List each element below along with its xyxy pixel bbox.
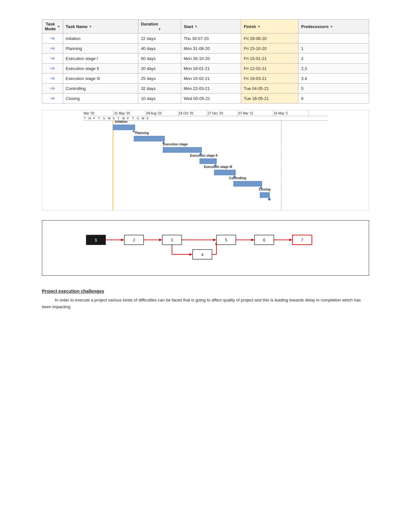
task-icon: ⇒ bbox=[50, 45, 55, 52]
svg-text:Execution stage: Execution stage bbox=[163, 143, 188, 146]
svg-text:S: S bbox=[147, 117, 149, 120]
table-row: ⇒Planning40 daysMon 31-08-20Fri 23-10-20… bbox=[42, 44, 369, 54]
cell-finish: Tue 04-05-21 bbox=[241, 84, 298, 94]
svg-text:F: F bbox=[93, 117, 95, 120]
svg-text:Controlling: Controlling bbox=[229, 176, 246, 180]
task-mode-icon-cell: ⇒ bbox=[42, 34, 63, 44]
cell-duration: 22 days bbox=[138, 34, 181, 44]
table-row: ⇒Execution stage III25 daysMon 15-02-21F… bbox=[42, 74, 369, 84]
svg-text:T: T bbox=[84, 117, 86, 120]
cell-task_name: Initation bbox=[63, 34, 138, 44]
svg-text:Closing: Closing bbox=[259, 188, 271, 191]
task-icon: ⇒ bbox=[50, 65, 55, 72]
svg-rect-44 bbox=[214, 170, 236, 175]
cell-finish: Tue 18-05-21 bbox=[241, 94, 298, 103]
task-mode-icon-cell: ⇒ bbox=[42, 44, 63, 54]
cell-duration: 60 days bbox=[138, 54, 181, 64]
svg-text:2: 2 bbox=[133, 238, 135, 242]
svg-text:6: 6 bbox=[263, 238, 265, 242]
cell-task_name: Execution stage III bbox=[63, 74, 138, 84]
cell-finish: Fri 19-03-21 bbox=[241, 74, 298, 84]
network-svg: 1 2 3 4 5 6 bbox=[52, 227, 359, 269]
task-icon: ⇒ bbox=[50, 95, 55, 102]
network-diagram: 1 2 3 4 5 6 bbox=[42, 220, 369, 276]
svg-rect-41 bbox=[200, 159, 217, 164]
cell-finish: Fri 15-01-21 bbox=[241, 54, 298, 64]
cell-start: Thu 30-07-20 bbox=[181, 34, 241, 44]
cell-finish: Fri 12-02-21 bbox=[241, 64, 298, 74]
svg-rect-38 bbox=[163, 147, 202, 153]
cell-start: Mon 18-01-21 bbox=[181, 64, 241, 74]
cell-task_name: Execution stage II bbox=[63, 64, 138, 74]
svg-text:Planning: Planning bbox=[135, 131, 149, 135]
section-body: In order to execute a project various ki… bbox=[42, 297, 369, 310]
section-heading: Project execution challenges bbox=[42, 289, 369, 294]
gantt-svg: Mar '20 31 May '20 09 Aug '20 18 Oct '20… bbox=[42, 110, 369, 210]
cell-task_name: Planning bbox=[63, 44, 138, 54]
table-row: ⇒Closing10 daysWed 05-05-21Tue 18-05-216 bbox=[42, 94, 369, 103]
svg-text:T: T bbox=[118, 117, 120, 120]
svg-text:T: T bbox=[132, 117, 134, 120]
task-mode-icon-cell: ⇒ bbox=[42, 64, 63, 74]
cell-duration: 40 days bbox=[138, 44, 181, 54]
svg-text:4: 4 bbox=[201, 252, 203, 257]
svg-text:07 Mar '21: 07 Mar '21 bbox=[239, 112, 254, 115]
svg-text:M: M bbox=[89, 117, 91, 120]
col-header-task-mode: TaskMode ▼ bbox=[42, 20, 63, 34]
svg-text:S: S bbox=[113, 117, 115, 120]
col-header-finish: Finish ▼ bbox=[241, 20, 298, 34]
svg-text:27 Dec '20: 27 Dec '20 bbox=[208, 112, 223, 115]
table-row: ⇒Execution stage I60 daysMon 26-10-20Fri… bbox=[42, 54, 369, 64]
table-row: ⇒Execution stage II20 daysMon 18-01-21Fr… bbox=[42, 64, 369, 74]
svg-rect-50 bbox=[260, 192, 270, 198]
svg-text:7: 7 bbox=[301, 238, 303, 242]
col-header-task-name: Task Name ▼ bbox=[63, 20, 138, 34]
cell-task_name: Execution stage I bbox=[63, 54, 138, 64]
svg-marker-64 bbox=[213, 239, 217, 241]
cell-task_name: Controlling bbox=[63, 84, 138, 94]
cell-finish: Fri 28-08-20 bbox=[241, 34, 298, 44]
svg-text:T: T bbox=[98, 117, 100, 120]
svg-text:16 May '2: 16 May '2 bbox=[274, 112, 288, 115]
cell-predecessors: 6 bbox=[298, 94, 369, 103]
text-section: Project execution challenges In order to… bbox=[42, 289, 369, 310]
svg-text:31 May '20: 31 May '20 bbox=[114, 112, 130, 115]
cell-start: Mon 15-02-21 bbox=[181, 74, 241, 84]
svg-marker-80 bbox=[289, 239, 293, 241]
project-table: TaskMode ▼ Task Name ▼ Duration ▼ Start … bbox=[42, 19, 369, 103]
task-icon: ⇒ bbox=[50, 35, 55, 42]
svg-text:09 Aug '20: 09 Aug '20 bbox=[147, 112, 162, 115]
cell-predecessors: 5 bbox=[298, 84, 369, 94]
col-header-start: Start ▼ bbox=[181, 20, 241, 34]
svg-rect-35 bbox=[134, 136, 165, 141]
svg-marker-76 bbox=[251, 239, 255, 241]
task-mode-icon-cell: ⇒ bbox=[42, 94, 63, 103]
cell-start: Mon 31-08-20 bbox=[181, 44, 241, 54]
svg-text:Initation: Initation bbox=[115, 120, 128, 123]
svg-marker-67 bbox=[190, 253, 193, 256]
task-icon: ⇒ bbox=[50, 85, 55, 92]
svg-text:F: F bbox=[127, 117, 129, 120]
cell-predecessors: 1 bbox=[298, 44, 369, 54]
svg-text:18 Oct '20: 18 Oct '20 bbox=[179, 112, 194, 115]
task-icon: ⇒ bbox=[50, 75, 55, 82]
svg-text:M: M bbox=[122, 117, 125, 120]
svg-text:S: S bbox=[103, 117, 105, 120]
svg-text:5: 5 bbox=[225, 238, 227, 242]
cell-start: Mon 26-10-20 bbox=[181, 54, 241, 64]
col-header-predecessors: Predecessors ▼ bbox=[298, 20, 369, 34]
svg-rect-32 bbox=[113, 125, 135, 130]
cell-predecessors: 3,4 bbox=[298, 74, 369, 84]
cell-start: Wed 05-05-21 bbox=[181, 94, 241, 103]
svg-text:S: S bbox=[137, 117, 139, 120]
task-mode-icon-cell: ⇒ bbox=[42, 54, 63, 64]
svg-marker-60 bbox=[159, 239, 162, 241]
svg-text:Execution stage II: Execution stage II bbox=[190, 154, 218, 157]
svg-rect-47 bbox=[234, 181, 262, 186]
table-row: ⇒Initation22 daysThu 30-07-20Fri 28-08-2… bbox=[42, 34, 369, 44]
svg-text:3: 3 bbox=[171, 238, 173, 242]
svg-marker-56 bbox=[121, 239, 124, 241]
svg-text:Execution stage III: Execution stage III bbox=[204, 165, 232, 169]
cell-finish: Fri 23-10-20 bbox=[241, 44, 298, 54]
task-mode-icon-cell: ⇒ bbox=[42, 84, 63, 94]
